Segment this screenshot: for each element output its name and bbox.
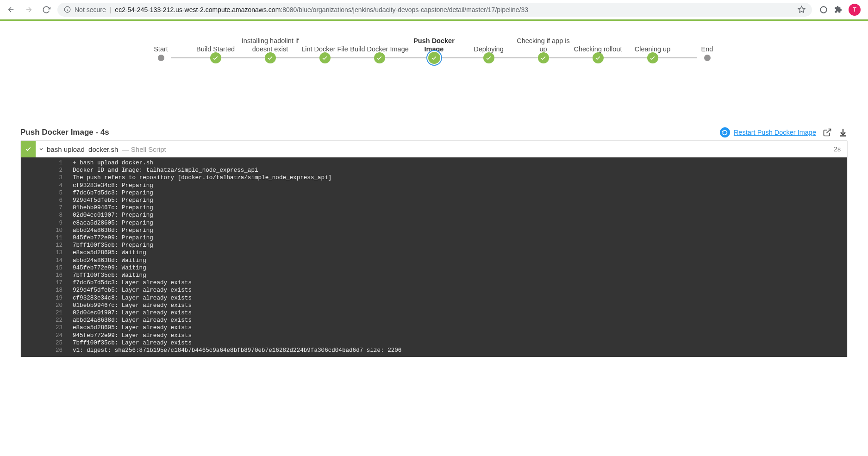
console-line: 127bff100f35cb: Preparing (21, 242, 847, 249)
console-line: 22abbd24a8638d: Layer already exists (21, 317, 847, 324)
arrow-left-icon (7, 6, 15, 14)
chevron-down-icon (36, 146, 47, 152)
svg-marker-3 (798, 6, 805, 12)
stage-title: Push Docker Image - 4s (20, 128, 109, 137)
reload-icon (42, 6, 50, 14)
success-node-icon[interactable] (538, 52, 549, 63)
console-line: 2Docker ID and Image: talhatza/simple_no… (21, 167, 847, 174)
success-node-icon[interactable] (593, 52, 604, 63)
stage-label: Installing hadolint if doesnt exist (240, 37, 300, 53)
console-output[interactable]: 1+ bash upload_docker.sh2Docker ID and I… (21, 157, 847, 357)
step-status-icon (21, 141, 36, 157)
console-line: 2102d04ec01907: Layer already exists (21, 309, 847, 317)
console-line: 167bff100f35cb: Waiting (21, 272, 847, 279)
circle-icon[interactable] (819, 6, 828, 14)
svg-point-4 (820, 6, 827, 13)
console-line: 24945feb772e99: Layer already exists (21, 332, 847, 339)
success-node-icon[interactable] (428, 52, 440, 64)
reload-button[interactable] (40, 3, 53, 16)
security-label: Not secure (75, 6, 106, 13)
stage-label: Start (131, 45, 191, 53)
restart-stage-link[interactable]: Restart Push Docker Image (734, 129, 816, 136)
success-node-icon[interactable] (319, 52, 331, 63)
forward-button[interactable] (22, 3, 35, 16)
address-bar[interactable]: Not secure | ec2-54-245-133-212.us-west-… (57, 3, 812, 17)
console-line: 5f7dc6b7d5dc3: Preparing (21, 189, 847, 197)
console-line: 3The push refers to repository [docker.i… (21, 174, 847, 181)
console-line: 23e8aca5d28605: Layer already exists (21, 324, 847, 331)
restart-stage-button[interactable]: Restart Push Docker Image (720, 127, 816, 137)
console-line: 19cf93283e34c8: Layer already exists (21, 294, 847, 302)
star-icon[interactable] (798, 6, 806, 13)
terminal-node-icon[interactable] (704, 55, 711, 61)
step-subtitle: — Shell Script (122, 145, 166, 153)
success-node-icon[interactable] (265, 52, 276, 63)
console-line: 802d04ec01907: Preparing (21, 212, 847, 219)
restart-icon (720, 127, 730, 137)
info-icon (64, 6, 71, 13)
console-line: 17f7dc6b7d5dc3: Layer already exists (21, 279, 847, 287)
console-line: 701bebb99467c: Preparing (21, 204, 847, 212)
console-line: 1+ bash upload_docker.sh (21, 159, 847, 167)
stage-label: Checking if app is up (513, 37, 574, 53)
success-node-icon[interactable] (647, 52, 658, 63)
stage-label: Push Docker Image (404, 37, 464, 53)
console-line: 257bff100f35cb: Layer already exists (21, 339, 847, 347)
console-line: 26v1: digest: sha256:871b195e7c184b7b446… (21, 347, 847, 354)
stage-label: End (677, 45, 737, 53)
console-line: 4cf93283e34c8: Preparing (21, 182, 847, 189)
browser-toolbar: Not secure | ec2-54-245-133-212.us-west-… (0, 0, 868, 19)
console-line: 13e8aca5d28605: Waiting (21, 249, 847, 256)
log-header[interactable]: bash upload_docker.sh — Shell Script 2s (21, 141, 847, 157)
terminal-node-icon[interactable] (158, 55, 164, 61)
success-node-icon[interactable] (483, 52, 494, 63)
step-command: bash upload_docker.sh (47, 145, 118, 153)
console-line: 2001bebb99467c: Layer already exists (21, 302, 847, 309)
profile-avatar[interactable]: T (849, 4, 861, 16)
svg-line-5 (826, 129, 831, 133)
step-duration: 2s (834, 145, 847, 153)
success-node-icon[interactable] (374, 52, 385, 63)
console-line: 15945feb772e99: Waiting (21, 264, 847, 272)
console-line: 11945feb772e99: Preparing (21, 234, 847, 242)
open-external-icon[interactable] (823, 128, 832, 137)
console-line: 9e8aca5d28605: Preparing (21, 219, 847, 227)
download-icon[interactable] (838, 128, 848, 137)
extensions-icon[interactable] (834, 6, 842, 13)
arrow-right-icon (25, 6, 33, 14)
console-line: 6929d4f5dfeb5: Preparing (21, 197, 847, 204)
console-line: 14abbd24a8638d: Waiting (21, 257, 847, 264)
console-line: 18929d4f5dfeb5: Layer already exists (21, 287, 847, 294)
back-button[interactable] (5, 3, 18, 16)
pipeline-graph: StartBuild StartedInstalling hadolint if… (0, 21, 868, 74)
success-node-icon[interactable] (210, 52, 221, 63)
separator: | (110, 6, 112, 13)
url: ec2-54-245-133-212.us-west-2.compute.ama… (115, 6, 528, 13)
log-step: bash upload_docker.sh — Shell Script 2s … (20, 140, 848, 357)
console-line: 10abbd24a8638d: Preparing (21, 227, 847, 234)
